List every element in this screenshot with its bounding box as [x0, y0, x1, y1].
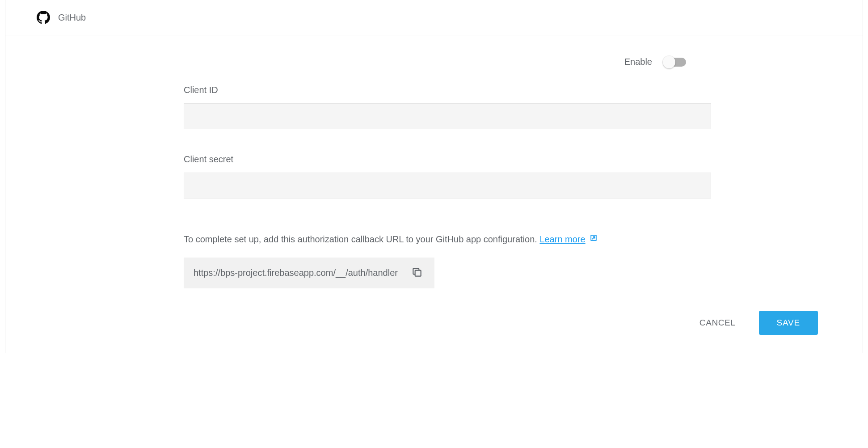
- github-icon: [37, 11, 50, 24]
- auth-provider-panel: GitHub Enable Client ID Client secret To…: [5, 0, 863, 353]
- form-area: Client ID Client secret To complete set …: [157, 85, 711, 288]
- client-secret-label: Client secret: [184, 154, 711, 165]
- panel-actions: CANCEL SAVE: [32, 311, 836, 335]
- client-id-input[interactable]: [184, 103, 711, 129]
- copy-url-button[interactable]: [409, 265, 425, 281]
- client-id-label: Client ID: [184, 85, 711, 95]
- callback-url-box: https://bps-project.firebaseapp.com/__/a…: [184, 258, 434, 288]
- panel-body: Enable Client ID Client secret To comple…: [5, 35, 863, 353]
- enable-row: Enable: [32, 57, 836, 67]
- learn-more-link[interactable]: Learn more: [539, 232, 598, 247]
- callback-help-text: To complete set up, add this authorizati…: [184, 232, 711, 247]
- svg-rect-0: [415, 270, 421, 276]
- panel-header: GitHub: [5, 0, 863, 35]
- enable-toggle[interactable]: [665, 58, 686, 67]
- copy-icon: [411, 266, 423, 279]
- external-link-icon: [589, 232, 598, 247]
- cancel-button[interactable]: CANCEL: [694, 313, 741, 332]
- toggle-knob: [663, 56, 675, 68]
- learn-more-label: Learn more: [539, 232, 585, 247]
- provider-name: GitHub: [58, 13, 86, 23]
- callback-url: https://bps-project.firebaseapp.com/__/a…: [194, 268, 398, 278]
- client-secret-input[interactable]: [184, 173, 711, 199]
- callback-help-text-content: To complete set up, add this authorizati…: [184, 234, 539, 244]
- save-button[interactable]: SAVE: [759, 311, 818, 335]
- enable-label: Enable: [624, 57, 652, 67]
